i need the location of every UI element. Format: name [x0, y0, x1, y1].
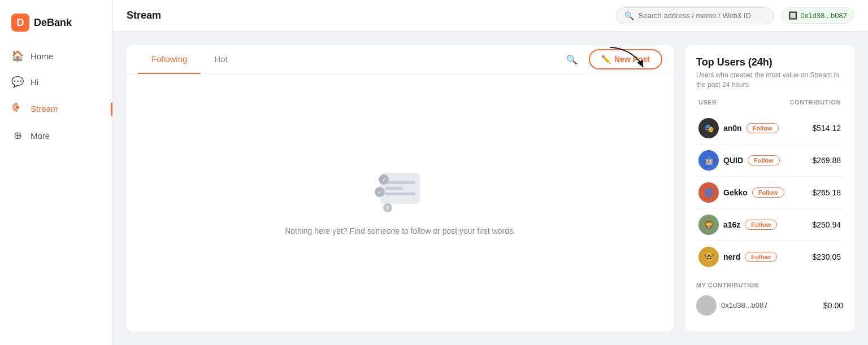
contribution-value: $269.88: [812, 156, 841, 165]
my-avatar: [696, 295, 717, 316]
home-icon: 🏠: [11, 50, 24, 62]
svg-point-0: [16, 106, 19, 109]
follow-button[interactable]: Follow: [745, 252, 777, 262]
user-info: an0n Follow: [723, 123, 812, 133]
active-indicator: [111, 102, 112, 116]
follow-button[interactable]: Follow: [752, 187, 784, 198]
stream-empty-state: ✓ ✓ ✕ Nothing here yet? Find someone to …: [127, 74, 674, 331]
my-contribution-row: 0x1d38...b087 $0.00: [696, 295, 843, 316]
wallet-button[interactable]: 🔲 0x1d38...b087: [781, 7, 854, 24]
empty-illustration: ✓ ✓ ✕: [372, 170, 428, 215]
user-name: an0n: [723, 124, 742, 133]
page-title: Stream: [127, 10, 161, 21]
contribution-value: $230.05: [812, 252, 841, 261]
my-contribution-title: MY CONTRIBUTION: [696, 282, 843, 289]
main-area: Stream 🔍 🔲 0x1d38...b087 Following Hot: [113, 0, 868, 345]
contribution-value: $250.94: [812, 220, 841, 229]
sidebar-item-hi[interactable]: 💬 Hi: [0, 69, 112, 95]
col-contribution: CONTRIBUTION: [790, 99, 841, 106]
sidebar-item-label: Hi: [31, 77, 38, 87]
stream-icon: [11, 102, 24, 116]
doc-line-1: [385, 181, 415, 184]
user-avatar: 🤖: [698, 150, 719, 171]
right-panel: Top Users (24h) Users who created the mo…: [685, 45, 854, 331]
content-area: Following Hot 🔍 ✏️ New Post: [113, 32, 868, 345]
top-users-title: Top Users (24h): [696, 56, 843, 68]
check-circle-1: ✓: [379, 174, 389, 185]
user-name: nerd: [723, 252, 740, 261]
user-info: nerd Follow: [723, 252, 812, 262]
user-name: a16z: [723, 220, 740, 229]
sidebar-item-label: Home: [31, 51, 53, 61]
hi-icon: 💬: [11, 76, 24, 88]
my-contribution-section: MY CONTRIBUTION 0x1d38...b087 $0.00: [696, 282, 843, 316]
follow-button[interactable]: Follow: [745, 220, 777, 230]
follow-button[interactable]: Follow: [747, 123, 779, 133]
search-bar[interactable]: 🔍: [616, 7, 774, 24]
user-avatar: 🦁: [698, 215, 719, 235]
tab-search-icon[interactable]: 🔍: [562, 49, 582, 69]
more-icon: ⊕: [11, 129, 24, 142]
my-address: 0x1d38...b087: [721, 301, 823, 309]
user-list: 🎭 an0n Follow $514.12 🤖 QUID Follow $269…: [696, 112, 843, 273]
user-info: Gekko Follow: [723, 187, 812, 198]
user-info: a16z Follow: [723, 220, 812, 230]
user-row: 🦁 a16z Follow $250.94: [696, 209, 843, 241]
sidebar-item-label: Stream: [31, 104, 58, 113]
user-row: 🤓 nerd Follow $230.05: [696, 241, 843, 273]
user-row: 🌀 Gekko Follow $265.18: [696, 177, 843, 209]
user-avatar: 🤓: [698, 247, 719, 267]
follow-button[interactable]: Follow: [748, 155, 780, 165]
app-name: DeBank: [34, 17, 72, 29]
wallet-address: 0x1d38...b087: [801, 11, 847, 20]
user-row: 🤖 QUID Follow $269.88: [696, 145, 843, 177]
user-name: Gekko: [723, 188, 748, 197]
logo: D DeBank: [0, 9, 112, 43]
x-circle: ✕: [383, 203, 392, 212]
col-user: USER: [698, 99, 717, 106]
contribution-value: $265.18: [812, 188, 841, 197]
header-right: 🔍 🔲 0x1d38...b087: [616, 7, 854, 24]
check-circle-2: ✓: [375, 187, 385, 197]
user-row: 🎭 an0n Follow $514.12: [696, 112, 843, 145]
search-icon: 🔍: [624, 11, 634, 20]
tab-following[interactable]: Following: [138, 45, 201, 74]
stream-tabs: Following Hot 🔍 ✏️ New Post: [127, 45, 674, 74]
user-name: QUID: [723, 156, 743, 165]
user-avatar: 🌀: [698, 182, 719, 203]
tab-hot[interactable]: Hot: [201, 45, 241, 74]
empty-message: Nothing here yet? Find someone to follow…: [285, 226, 515, 235]
stream-panel: Following Hot 🔍 ✏️ New Post: [127, 45, 674, 331]
header: Stream 🔍 🔲 0x1d38...b087: [113, 0, 868, 32]
doc-line-2: [385, 187, 403, 190]
sidebar-item-more[interactable]: ⊕ More: [0, 123, 112, 149]
my-contribution-value: $0.00: [823, 301, 843, 310]
user-avatar: 🎭: [698, 118, 719, 138]
search-input[interactable]: [639, 11, 766, 20]
wallet-icon: 🔲: [788, 11, 797, 20]
user-info: QUID Follow: [723, 155, 812, 165]
doc-line-3: [385, 193, 415, 195]
top-users-subtitle: Users who created the most value on Stre…: [696, 71, 843, 90]
sidebar-item-home[interactable]: 🏠 Home: [0, 43, 112, 69]
sidebar-item-label: More: [31, 131, 50, 141]
logo-icon: D: [11, 14, 29, 32]
contribution-value: $514.12: [812, 124, 841, 133]
sidebar: D DeBank 🏠 Home 💬 Hi Stream ⊕ More: [0, 0, 113, 345]
sidebar-item-stream[interactable]: Stream: [0, 95, 112, 123]
users-table-header: USER CONTRIBUTION: [696, 99, 843, 106]
